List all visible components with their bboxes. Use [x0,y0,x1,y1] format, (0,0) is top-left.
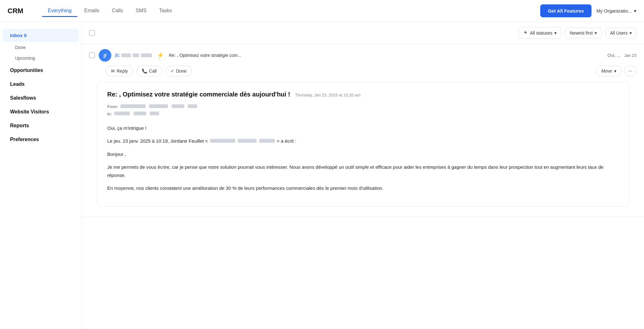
email-action-right: Move ▾ ··· [596,65,636,77]
ellipsis-icon: ··· [628,68,632,74]
to-label: to: [107,112,112,116]
chevron-down-icon: ▾ [595,30,597,36]
tab-sms[interactable]: SMS [130,5,152,17]
tab-emails[interactable]: Emails [79,5,105,17]
redacted-3 [141,53,152,57]
call-button[interactable]: 📞 Call [136,66,162,76]
redacted-to-1 [114,112,130,115]
lightning-icon: ⚡ [157,52,164,59]
main-layout: Inbox 0 Done Upcoming Opportunities Lead… [0,22,644,329]
action-buttons-row: ✉ Reply 📞 Call ✓ Done Move ▾ [106,65,636,77]
email-para-salut: Bonjour , [107,150,619,158]
tab-everything[interactable]: Everything [42,5,77,17]
redacted-email-3 [259,139,275,143]
all-statuses-label: All statuses [530,30,552,36]
org-dropdown[interactable]: My Organizatio... ▾ [597,8,636,14]
all-statuses-filter[interactable]: All statuses ▾ [518,27,561,39]
email-item-header: jf jfc ⚡ Re: , Optimisez votre stratégie… [89,49,636,62]
redacted-to-3 [150,112,159,115]
more-options-button[interactable]: ··· [624,65,636,77]
move-label: Move [601,69,612,74]
sidebar-item-done[interactable]: Done [3,42,79,52]
email-date: Jan 23 [624,53,636,58]
sidebar-item-inbox[interactable]: Inbox 0 [3,29,79,42]
sidebar-item-opportunities[interactable]: Opportunities [3,64,79,77]
chevron-down-icon: ▾ [554,30,557,36]
top-nav: CRM Everything Emails Calls SMS Tasks Ge… [0,0,644,22]
email-checkbox[interactable] [89,52,95,58]
redacted-from-2 [149,104,168,108]
redacted-to-2 [134,112,146,115]
sidebar: Inbox 0 Done Upcoming Opportunities Lead… [0,22,82,329]
email-body-text: Oui, ça m'intrigue ! Le jeu. 23 janv. 20… [107,124,619,192]
tab-tasks[interactable]: Tasks [153,5,178,17]
email-subject-preview: Re: , Optimisez votre stratégie com... [169,53,600,58]
org-name: My Organizatio... [597,8,632,14]
select-all-checkbox[interactable] [89,30,95,36]
email-to-line: to: [107,110,619,118]
sidebar-item-preferences[interactable]: Preferences [3,133,79,146]
redacted-email-1 [210,139,235,143]
redacted-from-4 [188,104,197,108]
redacted-1 [121,53,131,57]
sidebar-item-website-visitors[interactable]: Website Visitors [3,105,79,118]
sidebar-item-reports[interactable]: Reports [3,119,79,132]
redacted-2 [133,53,139,57]
sidebar-item-upcoming[interactable]: Upcoming [3,53,79,63]
newest-first-filter[interactable]: Newest first ▾ [565,28,602,38]
done-button[interactable]: ✓ Done [165,66,192,76]
done-icon: ✓ [170,69,174,74]
email-para-5: En moyenne, nos clients constatent une a… [107,184,619,192]
sender-name-partial: jfc [115,53,119,58]
move-button[interactable]: Move ▾ [596,66,621,76]
newest-first-label: Newest first [570,30,593,36]
toolbar-row: All statuses ▾ Newest first ▾ All Users … [82,22,644,44]
reply-button[interactable]: ✉ Reply [106,66,133,76]
sidebar-item-salesflows[interactable]: Salesflows [3,91,79,105]
avatar: jf [99,49,111,62]
content-area: All statuses ▾ Newest first ▾ All Users … [82,22,644,329]
nav-tabs: Everything Emails Calls SMS Tasks [42,5,540,17]
nav-right: Get All Features My Organizatio... ▾ [540,4,636,17]
email-body-meta: From: to: [107,103,619,118]
avatar-initials: jf [103,53,106,58]
quote-end: > a écrit : [277,138,296,144]
chevron-down-icon: ▾ [634,8,636,14]
email-para-1: Oui, ça m'intrigue ! [107,124,619,132]
all-users-label: All Users [610,30,628,36]
redacted-from-1 [120,104,146,108]
email-para-4: Je me permets de vous écrire, car je pen… [107,163,619,179]
chevron-down-icon: ▾ [630,30,632,36]
call-label: Call [149,69,157,74]
email-list-item: jf jfc ⚡ Re: , Optimisez votre stratégie… [82,44,644,217]
redacted-email-2 [238,139,257,143]
email-para-2: Le jeu. 23 janv. 2025 à 10:19, Jordane F… [107,137,619,145]
email-from-line: From: [107,103,619,110]
get-all-features-button[interactable]: Get All Features [540,4,591,17]
email-reply-preview: Oui, ... [608,53,620,58]
reply-icon: ✉ [111,69,115,74]
sidebar-item-leads[interactable]: Leads [3,78,79,91]
redacted-from-3 [172,104,184,108]
email-from: jfc [115,53,152,58]
email-body: Re: , Optimisez votre stratégie commerci… [97,82,629,206]
lightning-filter-icon [523,30,528,36]
quote-intro: Le jeu. 23 janv. 2025 à 10:19, Jordane F… [107,138,208,144]
email-body-date: Thursday, Jan 23, 2025 at 10:20 am [295,93,361,97]
from-label: From: [107,104,118,109]
reply-label: Reply [117,69,128,74]
chevron-down-icon: ▾ [614,69,616,74]
done-label: Done [176,69,186,74]
call-icon: 📞 [142,69,147,74]
tab-calls[interactable]: Calls [106,5,129,17]
crm-logo: CRM [8,7,23,15]
email-body-subject: Re: , Optimisez votre stratégie commerci… [107,91,290,98]
all-users-filter[interactable]: All Users ▾ [605,28,636,38]
